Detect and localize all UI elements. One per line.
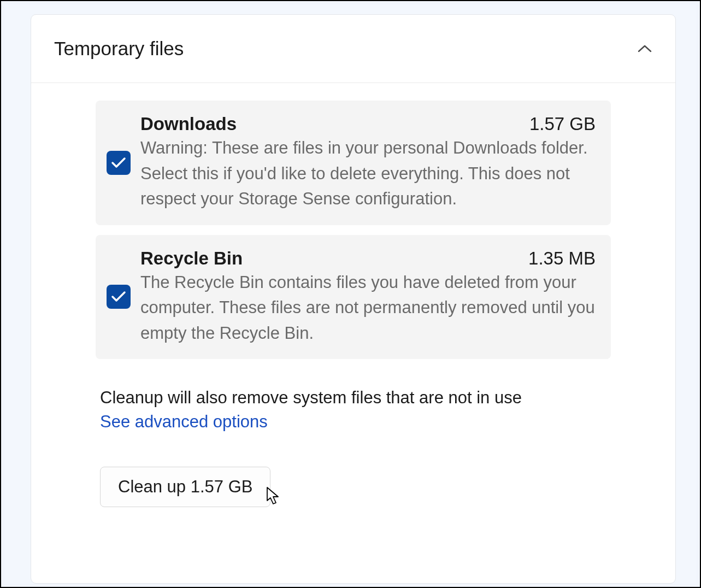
- cleanup-item-recycle-bin[interactable]: Recycle Bin 1.35 MB The Recycle Bin cont…: [96, 235, 611, 360]
- item-content: Downloads 1.57 GB Warning: These are fil…: [140, 114, 596, 212]
- item-description: The Recycle Bin contains files you have …: [140, 270, 596, 346]
- panel-title: Temporary files: [54, 38, 184, 60]
- checkmark-icon: [111, 157, 126, 169]
- temporary-files-panel: Temporary files Downloads 1.57 GB: [31, 14, 676, 584]
- checkmark-icon: [111, 291, 126, 303]
- checkbox-recycle-bin[interactable]: [107, 285, 131, 309]
- item-size: 1.57 GB: [529, 114, 596, 134]
- cleanup-button[interactable]: Clean up 1.57 GB: [100, 467, 270, 507]
- mouse-cursor-icon: [266, 486, 281, 508]
- panel-body: Downloads 1.57 GB Warning: These are fil…: [31, 83, 675, 526]
- item-content: Recycle Bin 1.35 MB The Recycle Bin cont…: [140, 248, 596, 346]
- checkbox-downloads[interactable]: [107, 151, 131, 175]
- see-advanced-options-link[interactable]: See advanced options: [100, 412, 268, 432]
- cleanup-info-text: Cleanup will also remove system files th…: [100, 385, 611, 411]
- item-title: Downloads: [140, 114, 237, 134]
- info-section: Cleanup will also remove system files th…: [96, 385, 611, 432]
- item-title: Recycle Bin: [140, 248, 243, 269]
- cleanup-item-downloads[interactable]: Downloads 1.57 GB Warning: These are fil…: [96, 101, 611, 225]
- item-description: Warning: These are files in your persona…: [140, 136, 596, 212]
- chevron-up-icon[interactable]: [637, 41, 652, 56]
- action-row: Clean up 1.57 GB: [96, 466, 611, 508]
- item-size: 1.35 MB: [528, 248, 596, 269]
- panel-header[interactable]: Temporary files: [31, 15, 675, 83]
